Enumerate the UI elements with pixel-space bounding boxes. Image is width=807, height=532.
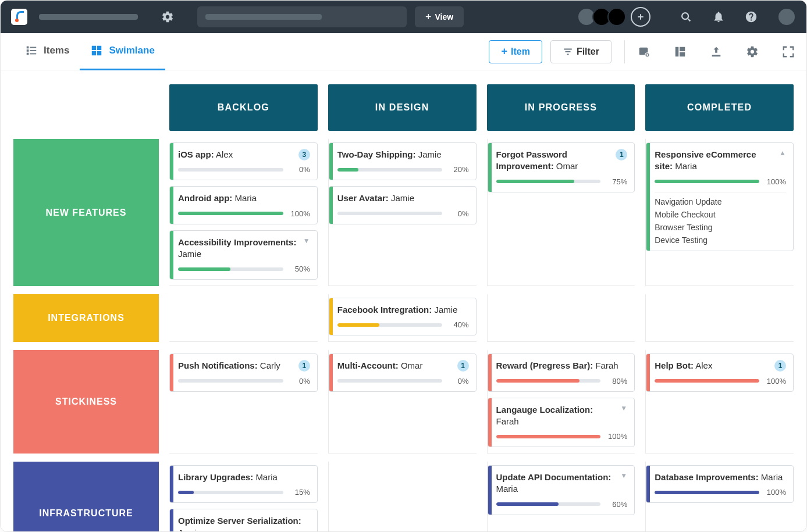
card[interactable]: Help Bot: Alex1100% xyxy=(646,354,794,391)
svg-rect-1 xyxy=(27,47,29,49)
export-icon[interactable] xyxy=(710,45,723,58)
card-title: Forgot Password Improvement: Omar xyxy=(496,149,613,173)
progress-percent: 0% xyxy=(448,209,469,218)
card-title: Multi-Account: Omar xyxy=(337,360,423,372)
help-icon[interactable] xyxy=(745,10,758,23)
card-title: Langauge Localization: Farah xyxy=(496,404,617,428)
count-badge: 1 xyxy=(616,149,627,160)
swimlane-cell[interactable]: Two-Day Shipping: Jamie20%User Avatar: J… xyxy=(328,139,477,286)
svg-rect-15 xyxy=(680,52,685,56)
swimlane-cell[interactable]: iOS app: Alex30%Android app: Maria100%Ac… xyxy=(169,139,318,286)
view-toolbar: Items Swimlane + Item Filter xyxy=(1,33,806,70)
chevron-up-icon[interactable]: ▲ xyxy=(779,149,786,157)
progress-percent: 100% xyxy=(606,432,627,441)
card[interactable]: Optimize Server Serialization: Jamie0% xyxy=(169,509,318,531)
card[interactable]: Database Improvements: Maria100% xyxy=(646,465,794,503)
subitem[interactable]: Browser Testing xyxy=(655,223,786,232)
swimlane-cell[interactable]: Facebook Intregration: Jamie40% xyxy=(328,294,477,342)
card-title: Reward (Pregress Bar): Farah xyxy=(496,360,618,372)
swimlane-cell[interactable]: Forgot Password Improvement: Omar175% xyxy=(487,139,635,286)
card[interactable]: Two-Day Shipping: Jamie20% xyxy=(329,142,477,180)
card[interactable]: Langauge Localization: Farah▼100% xyxy=(488,398,635,448)
swimlane-cell[interactable] xyxy=(487,294,635,342)
fullscreen-icon[interactable] xyxy=(782,45,795,58)
card[interactable]: Forgot Password Improvement: Omar175% xyxy=(488,142,635,192)
settings-icon[interactable] xyxy=(746,45,759,58)
swimlane-cell[interactable]: Multi-Account: Omar10% xyxy=(328,350,477,454)
progress-percent: 60% xyxy=(606,500,627,509)
swimlane-cell[interactable] xyxy=(645,294,794,342)
svg-rect-9 xyxy=(92,51,96,55)
svg-rect-14 xyxy=(680,47,685,51)
card-title: Push Notifications: Carly xyxy=(178,360,280,372)
chevron-down-icon[interactable]: ▼ xyxy=(620,404,627,412)
presence-avatars[interactable] xyxy=(581,7,650,27)
swimlane-cell[interactable]: Reward (Pregress Bar): Farah80%Langauge … xyxy=(487,350,635,454)
progress-percent: 20% xyxy=(448,165,469,174)
layout-icon[interactable] xyxy=(674,45,687,58)
card[interactable]: User Avatar: Jamie0% xyxy=(329,186,477,224)
card-title: Update API Documentation: Maria xyxy=(496,472,617,495)
progress-percent: 0% xyxy=(289,165,310,174)
swimlane-cell[interactable] xyxy=(328,462,477,531)
avatar[interactable] xyxy=(607,8,626,26)
svg-rect-4 xyxy=(30,50,36,51)
card-title: Facebook Intregration: Jamie xyxy=(337,304,458,316)
card[interactable]: iOS app: Alex30% xyxy=(169,142,318,180)
app-logo[interactable] xyxy=(11,9,27,25)
card-title: Responsive eCommerce site: Maria xyxy=(655,149,776,173)
customize-icon[interactable] xyxy=(638,45,650,58)
progress-percent: 80% xyxy=(606,377,627,385)
search-icon[interactable] xyxy=(680,10,692,23)
card[interactable]: Facebook Intregration: Jamie40% xyxy=(329,298,477,335)
progress-percent: 75% xyxy=(606,177,627,186)
swimlane-cell[interactable]: Help Bot: Alex1100% xyxy=(645,350,794,454)
svg-rect-8 xyxy=(97,46,101,50)
svg-point-0 xyxy=(682,13,688,19)
card-title: Accessibility Improvements: Jamie xyxy=(178,237,300,260)
progress-percent: 100% xyxy=(289,209,310,218)
card[interactable]: Android app: Maria100% xyxy=(169,186,318,224)
card[interactable]: Update API Documentation: Maria▼60% xyxy=(488,465,635,515)
swimlane-cell[interactable] xyxy=(169,294,318,342)
search-input[interactable] xyxy=(197,6,407,27)
add-view-button[interactable]: + View xyxy=(415,6,464,27)
tab-items[interactable]: Items xyxy=(15,33,80,70)
swimlane-cell[interactable]: Responsive eCommerce site: Maria▲100%Nav… xyxy=(645,139,794,286)
user-avatar[interactable] xyxy=(777,8,796,26)
count-badge: 1 xyxy=(457,360,469,372)
count-badge: 1 xyxy=(774,360,786,372)
svg-rect-6 xyxy=(30,53,36,55)
subitem[interactable]: Device Testing xyxy=(655,235,786,245)
add-member-button[interactable] xyxy=(631,7,650,27)
card-title: iOS app: Alex xyxy=(178,149,233,160)
tab-swimlane[interactable]: Swimlane xyxy=(80,33,165,70)
subitem[interactable]: Navigation Update xyxy=(655,197,786,206)
chevron-down-icon[interactable]: ▼ xyxy=(303,237,310,245)
svg-rect-13 xyxy=(676,47,679,56)
subitem-list: Navigation UpdateMobile CheckoutBrowser … xyxy=(655,192,786,245)
add-item-button[interactable]: + Item xyxy=(489,40,542,63)
column-header: COMPLETED xyxy=(645,84,794,131)
chevron-down-icon[interactable]: ▼ xyxy=(620,472,627,480)
notifications-icon[interactable] xyxy=(712,10,725,23)
subitem[interactable]: Mobile Checkout xyxy=(655,210,786,219)
svg-rect-2 xyxy=(30,47,36,48)
swimlane-cell[interactable]: Update API Documentation: Maria▼60% xyxy=(487,462,635,531)
svg-rect-10 xyxy=(97,51,101,55)
filter-button[interactable]: Filter xyxy=(550,40,612,63)
card[interactable]: Responsive eCommerce site: Maria▲100%Nav… xyxy=(646,142,794,251)
swimlane-cell[interactable]: Database Improvements: Maria100% xyxy=(645,462,794,531)
svg-rect-7 xyxy=(92,46,96,50)
svg-rect-3 xyxy=(27,49,29,52)
svg-rect-5 xyxy=(27,53,29,55)
swimlane-cell[interactable]: Push Notifications: Carly10% xyxy=(169,350,318,454)
card[interactable]: Multi-Account: Omar10% xyxy=(329,354,477,391)
card-title: Two-Day Shipping: Jamie xyxy=(337,149,442,160)
card[interactable]: Accessibility Improvements: Jamie▼50% xyxy=(169,230,318,280)
swimlane-cell[interactable]: Library Upgrades: Maria15%Optimize Serve… xyxy=(169,462,318,531)
card[interactable]: Push Notifications: Carly10% xyxy=(169,354,318,391)
settings-icon[interactable] xyxy=(161,10,174,23)
card[interactable]: Reward (Pregress Bar): Farah80% xyxy=(488,354,635,391)
card[interactable]: Library Upgrades: Maria15% xyxy=(169,465,318,503)
